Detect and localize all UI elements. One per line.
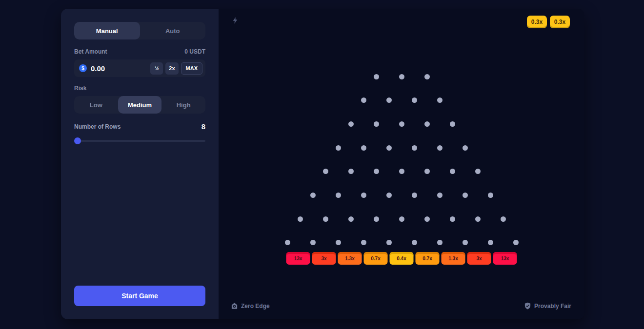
bet-input-group: $ ½ 2x MAX (74, 59, 205, 77)
peg (424, 121, 430, 127)
peg (361, 193, 366, 198)
half-bet-button[interactable]: ½ (150, 62, 163, 75)
risk-selector: LowMediumHigh (74, 96, 205, 114)
peg (374, 169, 379, 174)
mode-tabs: Manual Auto (74, 22, 205, 39)
peg (412, 240, 417, 245)
peg (412, 97, 417, 103)
peg (513, 240, 519, 245)
peg (310, 193, 316, 198)
peg (386, 97, 392, 103)
peg (450, 121, 455, 127)
peg (501, 216, 506, 222)
slider-track (74, 140, 205, 142)
tab-auto[interactable]: Auto (140, 22, 206, 39)
peg (336, 145, 341, 151)
peg (450, 169, 455, 174)
peg (361, 97, 366, 103)
plinko-board: 13x3x1.3x0.7x0.4x0.7x1.3x3x13x (219, 9, 584, 319)
peg (424, 74, 430, 79)
peg (361, 240, 366, 245)
peg (475, 216, 481, 222)
max-bet-button[interactable]: MAX (181, 62, 202, 75)
risk-option-medium[interactable]: Medium (118, 96, 162, 114)
game-footer: Zero Edge Provably Fair (231, 302, 571, 310)
shield-check-icon (524, 302, 531, 310)
peg (399, 216, 404, 222)
peg (374, 216, 379, 222)
slider-thumb[interactable] (74, 137, 81, 144)
multiplier-bucket: 1.3x (442, 252, 465, 265)
multiplier-bucket: 0.4x (390, 252, 414, 265)
rows-label: Number of Rows (74, 123, 121, 130)
peg (323, 216, 328, 222)
provably-fair-link[interactable]: Provably Fair (524, 302, 571, 310)
peg (399, 169, 404, 174)
peg (374, 121, 379, 127)
start-game-button[interactable]: Start Game (74, 286, 205, 306)
peg (310, 240, 316, 245)
peg (412, 145, 417, 151)
game-area: 0.3x0.3x 13x3x1.3x0.7x0.4x0.7x1.3x3x13x … (219, 9, 584, 319)
bet-amount-input[interactable] (87, 64, 150, 73)
peg (348, 216, 354, 222)
peg (336, 240, 341, 245)
dollar-coin-icon: $ (79, 64, 87, 72)
multiplier-bucket: 3x (467, 252, 491, 265)
peg (323, 169, 328, 174)
peg (386, 145, 392, 151)
peg (463, 240, 468, 245)
rows-value: 8 (201, 122, 205, 131)
peg (386, 193, 392, 198)
peg (450, 216, 455, 222)
risk-option-high[interactable]: High (161, 96, 205, 114)
balance-label: 0 USDT (184, 48, 205, 55)
multiplier-bucket: 0.7x (364, 252, 388, 265)
peg (374, 74, 379, 79)
peg (399, 74, 404, 79)
plinko-app: Manual Auto Bet Amount 0 USDT $ ½ 2x MAX… (61, 9, 584, 319)
rows-header: Number of Rows 8 (74, 122, 205, 131)
tab-manual[interactable]: Manual (74, 22, 140, 39)
zero-edge-badge: Zero Edge (231, 302, 270, 310)
risk-label: Risk (74, 85, 205, 92)
bet-amount-header: Bet Amount 0 USDT (74, 48, 205, 55)
peg (475, 169, 481, 174)
peg (437, 193, 443, 198)
peg (399, 121, 404, 127)
peg (361, 145, 366, 151)
peg (285, 240, 290, 245)
provably-fair-label: Provably Fair (534, 303, 571, 310)
sidebar-spacer (74, 144, 205, 286)
double-bet-button[interactable]: 2x (165, 62, 178, 75)
peg (488, 193, 493, 198)
zero-edge-icon (231, 302, 238, 310)
peg (348, 121, 354, 127)
peg (463, 145, 468, 151)
multiplier-bucket: 13x (286, 252, 310, 265)
peg (437, 97, 443, 103)
risk-option-low[interactable]: Low (74, 96, 118, 114)
bet-amount-label: Bet Amount (74, 48, 107, 55)
zero-edge-label: Zero Edge (241, 303, 270, 310)
peg (488, 240, 493, 245)
bet-quick-buttons: ½ 2x MAX (150, 62, 202, 75)
peg (386, 240, 392, 245)
peg (463, 193, 468, 198)
multiplier-bucket: 0.7x (416, 252, 440, 265)
peg (412, 193, 417, 198)
peg (424, 169, 430, 174)
multiplier-bucket: 3x (312, 252, 336, 265)
peg (424, 216, 430, 222)
peg (336, 193, 341, 198)
multiplier-bucket: 13x (493, 252, 517, 265)
peg (437, 145, 443, 151)
peg (298, 216, 303, 222)
peg (348, 169, 354, 174)
rows-slider[interactable] (74, 137, 205, 144)
sidebar: Manual Auto Bet Amount 0 USDT $ ½ 2x MAX… (61, 9, 219, 319)
multiplier-row: 13x3x1.3x0.7x0.4x0.7x1.3x3x13x (286, 252, 517, 265)
peg (437, 240, 443, 245)
multiplier-bucket: 1.3x (338, 252, 362, 265)
